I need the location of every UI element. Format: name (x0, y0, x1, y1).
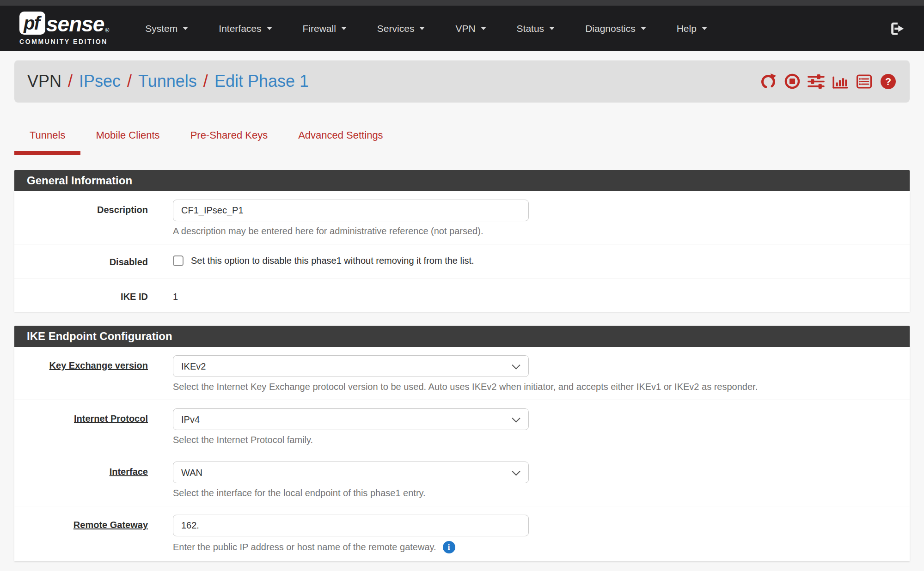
disabled-label: Disabled (14, 255, 173, 267)
description-label: Description (14, 200, 173, 215)
section-general-information: General Information Description A descri… (14, 170, 910, 312)
chevron-down-icon (481, 27, 486, 30)
nav-item-label: Help (677, 23, 697, 34)
nav-item-status[interactable]: Status (517, 23, 555, 34)
tab-pre-shared-keys[interactable]: Pre-Shared Keys (175, 129, 283, 155)
description-help-text: A description may be entered here for ad… (173, 226, 891, 237)
interface-help-text: Select the interface for the local endpo… (173, 488, 891, 498)
remote-gateway-label[interactable]: Remote Gateway (14, 515, 173, 530)
nav-item-help[interactable]: Help (677, 23, 707, 34)
logo-pf-text: pf (24, 13, 41, 34)
tab-advanced-settings[interactable]: Advanced Settings (283, 129, 398, 155)
section-title: IKE Endpoint Configuration (14, 326, 910, 347)
interface-label[interactable]: Interface (14, 462, 173, 477)
sign-out-icon[interactable] (889, 21, 905, 36)
breadcrumb-link-edit-phase1[interactable]: Edit Phase 1 (214, 72, 309, 91)
chevron-down-icon (419, 27, 425, 30)
registered-mark: ® (105, 27, 109, 34)
chevron-down-icon (183, 27, 188, 30)
breadcrumb-root: VPN (27, 72, 61, 91)
breadcrumb-link-ipsec[interactable]: IPsec (79, 72, 121, 91)
breadcrumb-separator: / (203, 72, 208, 91)
tab-mobile-clients[interactable]: Mobile Clients (80, 129, 175, 155)
disabled-checkbox-label: Set this option to disable this phase1 w… (191, 255, 474, 266)
breadcrumb-separator: / (127, 72, 132, 91)
row-ike-id: IKE ID 1 (14, 279, 910, 311)
key-exchange-version-select[interactable]: IKEv2 (173, 355, 529, 377)
nav-item-label: Firewall (303, 23, 336, 34)
internet-protocol-label[interactable]: Internet Protocol (14, 408, 173, 424)
nav-item-label: Diagnostics (585, 23, 636, 34)
chevron-down-icon (549, 27, 555, 30)
nav-item-services[interactable]: Services (377, 23, 425, 34)
key-exchange-help-text: Select the Internet Key Exchange protoco… (173, 382, 891, 392)
remote-gateway-help-text: Enter the public IP address or host name… (173, 542, 436, 553)
navbar-menu: System Interfaces Firewall Services VPN … (145, 23, 707, 34)
nav-item-label: Status (517, 23, 545, 34)
community-edition-label: COMMUNITY EDITION (19, 38, 109, 45)
row-key-exchange-version: Key Exchange version IKEv2 Select the In… (14, 347, 910, 400)
nav-item-diagnostics[interactable]: Diagnostics (585, 23, 646, 34)
svg-text:?: ? (885, 76, 891, 87)
refresh-icon[interactable] (759, 73, 777, 90)
row-disabled: Disabled Set this option to disable this… (14, 244, 910, 279)
breadcrumb: VPN / IPsec / Tunnels / Edit Phase 1 (27, 72, 309, 91)
pfsense-logo[interactable]: pf sense ® COMMUNITY EDITION (19, 12, 109, 45)
remote-gateway-input[interactable] (173, 515, 529, 536)
row-description: Description A description may be entered… (14, 191, 910, 244)
stop-icon[interactable] (783, 73, 801, 90)
header-action-icons: ? (759, 73, 897, 90)
ipsec-tabs: Tunnels Mobile Clients Pre-Shared Keys A… (14, 129, 910, 155)
breadcrumb-link-tunnels[interactable]: Tunnels (138, 72, 197, 91)
ike-id-label: IKE ID (14, 286, 173, 302)
page-header-bar: VPN / IPsec / Tunnels / Edit Phase 1 (14, 60, 910, 103)
row-internet-protocol: Internet Protocol IPv4 Select the Intern… (14, 400, 910, 453)
pfsense-logo-mark: pf (19, 12, 45, 35)
tab-label: Tunnels (30, 129, 65, 141)
logo-sense-text: sense (46, 13, 104, 35)
chevron-down-icon (341, 27, 347, 30)
chevron-down-icon (267, 27, 272, 30)
active-tab-underline (14, 151, 80, 155)
nav-item-system[interactable]: System (145, 23, 188, 34)
main-navbar: pf sense ® COMMUNITY EDITION System Inte… (0, 6, 924, 51)
internet-protocol-help-text: Select the Internet Protocol family. (173, 435, 891, 445)
nav-item-firewall[interactable]: Firewall (303, 23, 347, 34)
ike-id-value: 1 (173, 286, 891, 302)
nav-item-label: Services (377, 23, 415, 34)
bar-chart-icon[interactable] (832, 73, 849, 90)
breadcrumb-separator: / (68, 72, 73, 91)
tab-label: Mobile Clients (96, 129, 159, 141)
chevron-down-icon (702, 27, 707, 30)
tab-label: Advanced Settings (298, 129, 383, 141)
key-exchange-version-label[interactable]: Key Exchange version (14, 355, 173, 371)
info-icon[interactable]: i (443, 541, 455, 553)
help-icon[interactable]: ? (880, 73, 897, 90)
section-ike-endpoint-configuration: IKE Endpoint Configuration Key Exchange … (14, 326, 910, 561)
section-title: General Information (14, 170, 910, 191)
row-remote-gateway: Remote Gateway Enter the public IP addre… (14, 506, 910, 561)
interface-select[interactable]: WAN (173, 462, 529, 483)
nav-item-vpn[interactable]: VPN (455, 23, 486, 34)
window-top-strip (0, 0, 924, 6)
nav-item-label: Interfaces (219, 23, 261, 34)
nav-item-label: System (145, 23, 177, 34)
row-interface: Interface WAN Select the interface for t… (14, 453, 910, 506)
disabled-checkbox[interactable] (173, 255, 184, 266)
nav-item-interfaces[interactable]: Interfaces (219, 23, 272, 34)
tab-tunnels[interactable]: Tunnels (14, 129, 80, 155)
internet-protocol-select[interactable]: IPv4 (173, 408, 529, 430)
log-list-icon[interactable] (856, 73, 873, 90)
chevron-down-icon (641, 27, 646, 30)
description-input[interactable] (173, 200, 529, 221)
sliders-icon[interactable] (808, 73, 825, 90)
tab-label: Pre-Shared Keys (190, 129, 268, 141)
nav-item-label: VPN (455, 23, 475, 34)
